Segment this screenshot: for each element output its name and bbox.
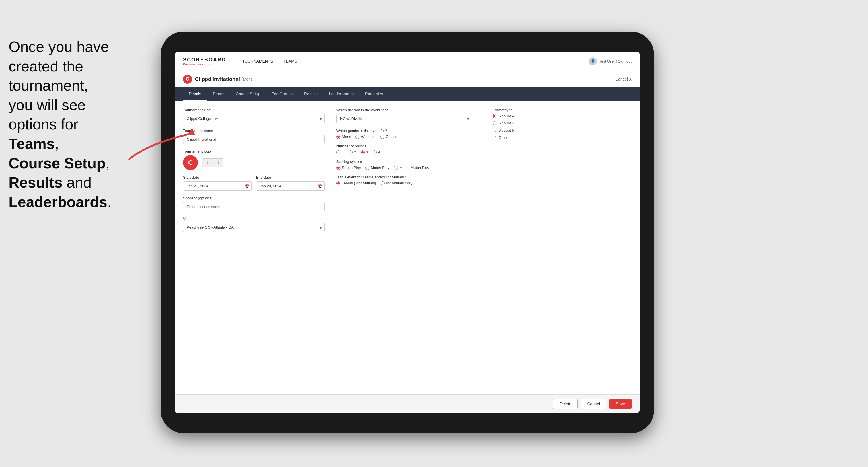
start-date-group: Start date 📅 [183, 175, 252, 191]
scoring-stroke-radio[interactable] [337, 166, 340, 170]
rounds-2-radio[interactable] [348, 150, 352, 154]
tournament-header: C Clippd Invitational (Men) Cancel X [175, 71, 640, 88]
end-date-calendar-icon: 📅 [317, 184, 322, 188]
tournament-host-label: Tournament Host [183, 108, 325, 112]
tab-printables[interactable]: Printables [360, 88, 389, 101]
tournament-host-select[interactable]: Clippd College - Men [183, 114, 325, 123]
upload-button[interactable]: Upload [202, 158, 223, 167]
gender-womens[interactable]: Womens [355, 134, 375, 139]
tournament-name-input[interactable] [183, 134, 325, 144]
individuals-only[interactable]: Individuals Only [381, 181, 412, 185]
sponsor-label: Sponsor (optional) [183, 196, 325, 200]
format-label: Format type [493, 108, 632, 112]
rounds-3[interactable]: 3 [361, 150, 368, 154]
format-6count5[interactable]: 6 count 5 [493, 128, 632, 132]
tab-course-setup[interactable]: Course Setup [230, 88, 266, 101]
rounds-3-radio[interactable] [361, 150, 365, 154]
logo-area: SCOREBOARD Powered by clippd [183, 57, 226, 66]
rounds-1[interactable]: 1 [337, 150, 344, 154]
start-date-calendar-icon: 📅 [244, 184, 249, 188]
format-6count4-radio[interactable] [493, 121, 496, 125]
cancel-button[interactable]: Cancel [581, 399, 607, 409]
scoring-label: Scoring system [337, 159, 472, 164]
venue-select-wrapper: Peachtree GC - Atlanta - GA [183, 223, 325, 232]
teams-group: Is this event for Teams and/or Individua… [337, 175, 472, 185]
gender-mens[interactable]: Mens [337, 134, 351, 139]
sponsor-input[interactable] [183, 202, 325, 211]
end-date-input[interactable] [256, 181, 325, 191]
rounds-2[interactable]: 2 [348, 150, 356, 154]
user-label[interactable]: Test User | Sign out [599, 59, 632, 63]
tournament-host-select-wrapper: Clippd College - Men [183, 114, 325, 123]
gender-womens-radio[interactable] [355, 135, 360, 139]
tournament-host-group: Tournament Host Clippd College - Men [183, 108, 325, 123]
gender-radio-group: Mens Womens Combined [337, 134, 472, 139]
format-5count4[interactable]: 5 count 4 [493, 114, 632, 118]
rounds-4-radio[interactable] [373, 150, 377, 154]
tournament-logo-group: Tournament logo C Upload [183, 149, 325, 170]
format-6count4[interactable]: 6 count 4 [493, 121, 632, 125]
division-select-wrapper: NCAA Division III [337, 114, 472, 123]
tab-details[interactable]: Details [183, 88, 207, 101]
format-5count4-radio[interactable] [493, 114, 496, 118]
instruction-text: Once you have created the tournament, yo… [0, 37, 138, 212]
scoring-medal[interactable]: Medal Match Play [394, 165, 429, 170]
rounds-group: Number of rounds 1 2 [337, 144, 472, 154]
format-other[interactable]: Other [493, 135, 632, 140]
scoring-match-radio[interactable] [366, 166, 369, 170]
nav-link-tournaments[interactable]: TOURNAMENTS [238, 57, 278, 66]
scoring-medal-radio[interactable] [394, 166, 398, 170]
end-date-group: End date 📅 [256, 175, 325, 191]
tab-tee-groups[interactable]: Tee Groups [266, 88, 298, 101]
bold-leaderboards: Leaderboards [9, 194, 107, 210]
tab-leaderboards[interactable]: Leaderboards [323, 88, 360, 101]
save-button[interactable]: Save [609, 399, 632, 409]
gender-mens-radio[interactable] [337, 135, 340, 139]
bold-teams: Teams [9, 135, 55, 152]
form-column-middle: Which division is the event for? NCAA Di… [337, 108, 478, 232]
form-grid: Tournament Host Clippd College - Men Tou… [183, 108, 632, 232]
tournament-name-group: Tournament name [183, 128, 325, 144]
division-select[interactable]: NCAA Division III [337, 114, 472, 123]
tablet-shell: SCOREBOARD Powered by clippd TOURNAMENTS… [161, 32, 654, 433]
tablet-screen: SCOREBOARD Powered by clippd TOURNAMENTS… [175, 52, 640, 413]
teams-radio-group: Teams (+Individuals) Individuals Only [337, 181, 472, 185]
arrow [126, 125, 201, 166]
nav-links: TOURNAMENTS TEAMS [238, 57, 302, 66]
form-column-right: Format type 5 count 4 6 count 4 [490, 108, 632, 232]
tabs-bar: Details Teams Course Setup Tee Groups Re… [175, 88, 640, 101]
division-group: Which division is the event for? NCAA Di… [337, 108, 472, 123]
top-nav: SCOREBOARD Powered by clippd TOURNAMENTS… [175, 52, 640, 71]
gender-combined-radio[interactable] [380, 135, 384, 139]
gender-combined[interactable]: Combined [380, 134, 403, 139]
footer-bar: Delete Cancel Save [175, 395, 640, 413]
scoring-stroke[interactable]: Stroke Play [337, 165, 361, 170]
gender-label: Which gender is the event for? [337, 128, 472, 133]
venue-group: Venue Peachtree GC - Atlanta - GA [183, 217, 325, 232]
delete-button[interactable]: Delete [553, 399, 578, 409]
teams-with-radio[interactable] [337, 181, 340, 185]
rounds-1-radio[interactable] [337, 150, 340, 154]
teams-with-individuals[interactable]: Teams (+Individuals) [337, 181, 376, 185]
svg-marker-0 [188, 128, 195, 135]
rounds-label: Number of rounds [337, 144, 472, 148]
format-group: Format type 5 count 4 6 count 4 [493, 108, 632, 140]
tab-results[interactable]: Results [298, 88, 323, 101]
format-other-radio[interactable] [493, 136, 496, 139]
start-date-input[interactable] [183, 181, 252, 191]
tournament-icon: C [183, 74, 192, 84]
rounds-radio-group: 1 2 3 4 [337, 150, 472, 154]
tournament-cancel-button[interactable]: Cancel X [615, 77, 632, 82]
individuals-only-radio[interactable] [381, 181, 385, 185]
format-6count5-radio[interactable] [493, 128, 496, 132]
scoring-radio-group: Stroke Play Match Play Medal Match Play [337, 165, 472, 170]
gender-group: Which gender is the event for? Mens Wome… [337, 128, 472, 139]
nav-link-teams[interactable]: TEAMS [279, 57, 302, 66]
venue-select[interactable]: Peachtree GC - Atlanta - GA [183, 223, 325, 232]
form-column-left: Tournament Host Clippd College - Men Tou… [183, 108, 325, 232]
sponsor-group: Sponsor (optional) [183, 196, 325, 211]
tab-teams[interactable]: Teams [207, 88, 230, 101]
rounds-4[interactable]: 4 [373, 150, 380, 154]
venue-label: Venue [183, 217, 325, 221]
scoring-match[interactable]: Match Play [366, 165, 389, 170]
